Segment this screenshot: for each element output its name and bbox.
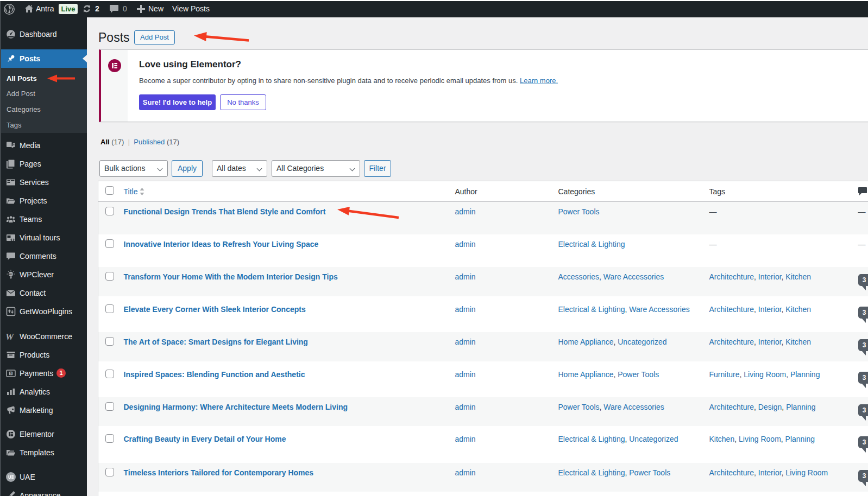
svg-text:W: W [5, 331, 15, 341]
svg-text:WPC: WPC [9, 274, 13, 276]
